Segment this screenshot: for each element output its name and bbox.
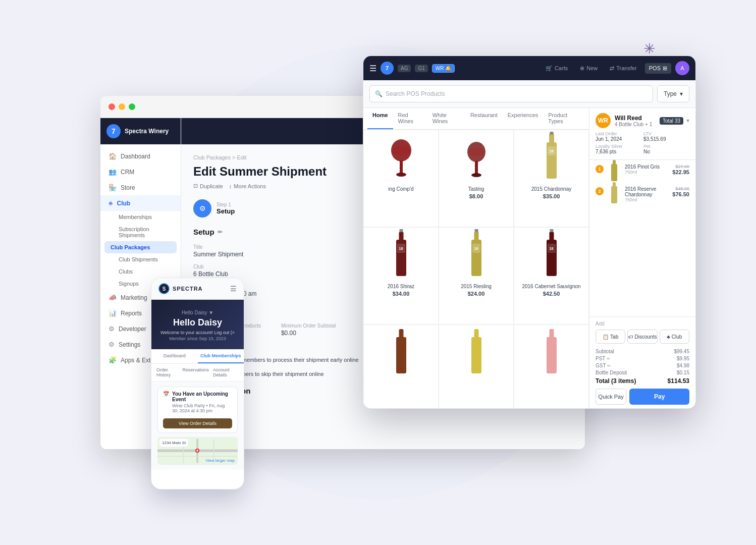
sidebar-item-dashboard[interactable]: 🏠 Dashboard (100, 148, 181, 164)
mobile-greeting: Hello Daisy (158, 317, 237, 328)
view-larger-map-link[interactable]: View larger map (205, 458, 235, 463)
tab-red-wines[interactable]: Red Wines (393, 108, 427, 129)
total-value: 33 (675, 118, 680, 124)
product-card-8[interactable] (439, 324, 514, 409)
maximize-button[interactable] (129, 103, 135, 110)
sidebar-item-club-packages[interactable]: Club Packages (104, 241, 177, 253)
carts-label: Carts (555, 65, 568, 71)
pos-badge-ag[interactable]: AG (398, 65, 411, 72)
dashboard-icon: 🏠 (109, 152, 117, 160)
total-row-final: Total (3 items) $114.53 (596, 377, 689, 385)
sidebar-item-memberships[interactable]: Memberships (100, 211, 181, 223)
developer-icon: ⚙ (109, 325, 115, 333)
subtotal-row: Subtotal $99.45 (596, 349, 689, 354)
tab-home[interactable]: Home (367, 108, 393, 129)
pos-products-panel: Home Red Wines White Wines Restaurant Ex… (363, 108, 589, 409)
mobile-logo-area: S SPECTRA (158, 283, 203, 294)
step-number: Step 1 (217, 202, 235, 207)
tab-restaurant[interactable]: Restaurant (465, 108, 503, 129)
discounts-button[interactable]: 🏷 Discounts (627, 330, 657, 344)
pos-new-btn[interactable]: ⊕ New (576, 63, 602, 74)
product-card-6[interactable]: 18 2016 Cabernet Sauvignon $42.50 (514, 227, 589, 324)
bottle-deposit-row: Bottle Deposit $0.15 (596, 370, 689, 375)
sidebar-item-club[interactable]: ♣ Club (100, 195, 181, 211)
mobile-nav-tabs: Dashboard Club Memberships (151, 349, 244, 364)
mobile-tab-dashboard[interactable]: Dashboard (151, 349, 198, 363)
product-card-1[interactable]: ing Comp'd (363, 130, 439, 227)
new-icon: ⊕ (580, 65, 584, 72)
svg-point-2 (396, 173, 406, 177)
sidebar-item-crm[interactable]: 👥 CRM (100, 164, 181, 180)
crm-label: CRM (121, 169, 134, 176)
discount-icon: 🏷 (628, 334, 633, 340)
sidebar-item-subscription-shipments[interactable]: Subscription Shipments (100, 223, 181, 241)
customer-badge: WR (596, 113, 611, 128)
pos-badge-g1[interactable]: G1 (415, 65, 427, 72)
product-card-4[interactable]: 18 2016 Shiraz $34.00 (363, 227, 439, 324)
quick-pay-button[interactable]: Quick Pay (596, 389, 626, 405)
product-img-6: 18 (534, 233, 569, 281)
mobile-sub-tab-account-details[interactable]: Account Details (213, 366, 239, 379)
product-grid: ing Comp'd Tasting (363, 130, 589, 409)
product-5-price: $24.00 (468, 291, 485, 297)
pos-badge-wr[interactable]: WR 🔔 (432, 64, 455, 73)
sidebar-item-store[interactable]: 🏪 Store (100, 180, 181, 195)
cart-item-2-num: 2 (596, 187, 604, 195)
cart-item-1-size: 750ml (625, 170, 668, 175)
sidebar-item-club-shipments[interactable]: Club Shipments (100, 253, 181, 265)
svg-point-6 (471, 173, 481, 177)
breadcrumb-separator: > (232, 154, 237, 160)
minimize-button[interactable] (119, 103, 125, 110)
more-actions-button[interactable]: ↕ More Actions (229, 183, 266, 189)
pos-search-input[interactable]: 🔍 Search POS Products (369, 85, 653, 102)
pos-menu-icon[interactable]: ☰ (369, 64, 376, 73)
product-card-5[interactable]: 18 2015 Riesling $24.00 (439, 227, 514, 324)
cart-item-1: 1 2016 Pinot Gris 750ml $27.00 $ (596, 164, 689, 182)
pay-button[interactable]: Pay (629, 389, 689, 405)
tab-white-wines[interactable]: White Wines (427, 108, 465, 129)
customer-row: WR Will Reed 4 Bottle Club + 1 Total 33 … (596, 113, 689, 128)
search-placeholder: Search POS Products (386, 90, 445, 97)
mobile-sub-tab-order-history[interactable]: Order History (156, 366, 179, 379)
product-img-8 (459, 330, 494, 378)
mobile-view-order-button[interactable]: View Order Details (163, 418, 232, 428)
pos-grid-icon: ⊞ (663, 65, 667, 72)
pos-carts-btn[interactable]: 🛒 Carts (542, 63, 572, 74)
tab-button[interactable]: 📋 Tab (596, 330, 625, 344)
product-card-2[interactable]: Tasting $8.00 (439, 130, 514, 227)
transfer-icon: ⇄ (610, 65, 614, 72)
edit-icon[interactable]: ✏ (218, 229, 223, 236)
customer-info: Last Order Jun 1, 2024 LTV $3,515.69 Loy… (596, 131, 689, 154)
duplicate-button[interactable]: ⊡ Duplicate (193, 183, 223, 189)
product-card-7[interactable] (363, 324, 439, 409)
product-3-name: 2015 Chardonnay (531, 186, 572, 192)
product-img-4: 18 (384, 233, 419, 281)
cart-expand-icon[interactable]: ▾ (686, 117, 689, 124)
product-3-price: $35.00 (543, 193, 560, 199)
search-icon: 🔍 (375, 90, 383, 97)
product-card-9[interactable] (514, 324, 589, 409)
close-button[interactable] (109, 103, 115, 110)
sidebar-item-clubs[interactable]: Clubs (100, 265, 181, 278)
pos-type-select[interactable]: Type ▾ (657, 85, 689, 102)
scene-container: 7 Spectra Winery 🏠 Dashboard 👥 CRM 🏪 Sto… (100, 56, 656, 489)
store-label: Store (121, 184, 135, 191)
pos-header: ☰ 7 AG G1 WR 🔔 🛒 Carts ⊕ New ⇄ Transfer … (363, 56, 695, 80)
breadcrumb-parent[interactable]: Club Packages (193, 154, 231, 160)
add-label: Add (596, 321, 689, 326)
club-add-button[interactable]: ♣ Club (660, 330, 689, 344)
product-card-3[interactable]: 18 2015 Chardonnay $35.00 (514, 130, 589, 227)
mobile-greeting-dropdown[interactable]: Hello Daisy ▼ (158, 310, 237, 315)
pos-transfer-btn[interactable]: ⇄ Transfer (606, 63, 641, 74)
mobile-tab-club-memberships[interactable]: Club Memberships (198, 349, 244, 363)
mobile-menu-icon[interactable]: ☰ (230, 285, 237, 293)
mobile-sub-tab-reservations[interactable]: Reservations (183, 366, 209, 379)
cart-item-1-old-price: $27.00 (672, 164, 689, 169)
product-4-price: $34.00 (393, 291, 410, 297)
cart-item-1-info: 2016 Pinot Gris 750ml (625, 164, 668, 175)
tab-experiences[interactable]: Experiences (503, 108, 544, 129)
step-circle: ⚙ (193, 199, 211, 217)
tab-product-types[interactable]: Product Types (543, 108, 585, 129)
pos-pos-btn[interactable]: POS ⊞ (645, 63, 671, 74)
map-address-text: 1234 Main St (162, 441, 186, 445)
